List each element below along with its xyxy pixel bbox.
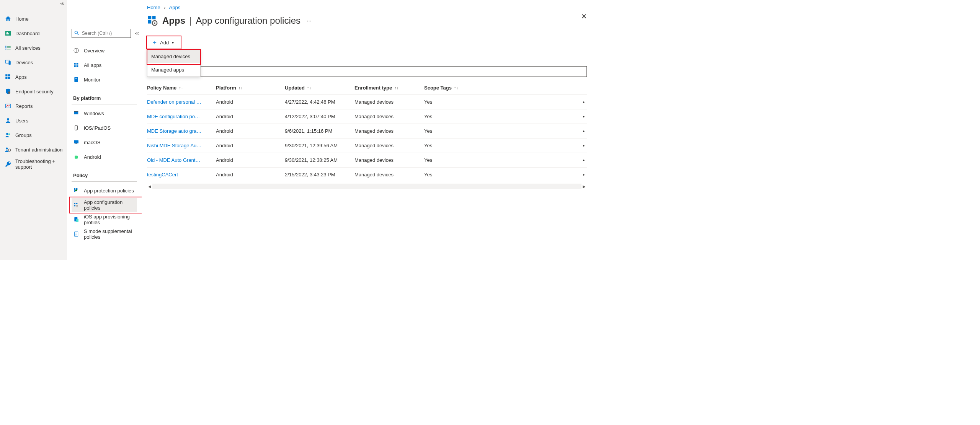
policy-name-link[interactable]: Old - MDE Auto Grant… [147,157,200,163]
subnav-macos[interactable]: macOS [72,135,137,150]
subnav-ios[interactable]: iOS/iPadOS [72,120,137,135]
col-scope-tags[interactable]: Scope Tags↑↓ [424,85,482,91]
row-more-icon[interactable]: • [583,99,585,105]
nav-home[interactable]: Home [0,11,67,26]
cell-platform: Android [216,172,285,177]
shield-icon [5,88,11,95]
subnav-app-config[interactable]: App configuration policies [72,198,137,212]
row-more-icon[interactable]: • [583,172,585,177]
table-search-input[interactable] [147,66,587,77]
row-more-icon[interactable]: • [583,143,585,148]
cell-updated: 9/30/2021, 12:39:56 AM [285,143,354,148]
nav-reports[interactable]: Reports [0,99,67,113]
dropdown-managed-devices[interactable]: Managed devices [147,50,200,63]
svg-rect-58 [148,20,152,24]
svg-rect-11 [9,61,11,65]
col-updated[interactable]: Updated↑↓ [285,85,354,91]
nav-dashboard[interactable]: Dashboard [0,26,67,41]
nav-label: Groups [15,132,32,138]
table-row: testingCACertAndroid2/15/2022, 3:43:23 P… [147,167,587,182]
policy-name-link[interactable]: MDE configuration po… [147,114,200,119]
breadcrumb-apps[interactable]: Apps [169,5,181,10]
svg-rect-33 [75,78,77,78]
cell-enrollment: Managed devices [354,172,424,177]
subnav-windows[interactable]: Windows [72,106,137,120]
windows-icon [73,110,79,116]
nav-all-services[interactable]: All services [0,41,67,55]
subnav-all-apps[interactable]: All apps [72,58,137,72]
svg-rect-1 [6,33,7,34]
svg-rect-7 [7,46,11,47]
subnav-overview[interactable]: Overview [72,43,137,58]
title-more-icon[interactable]: ⋯ [307,18,312,24]
subnav-android[interactable]: Android [72,150,137,164]
col-policy-name[interactable]: Policy Name↑↓ [147,85,216,91]
svg-rect-3 [8,33,9,34]
subnav-label: iOS/iPadOS [84,125,111,131]
table-row: MDE configuration po…Android4/12/2022, 3… [147,109,587,124]
svg-rect-38 [74,140,78,143]
svg-rect-51 [76,219,78,222]
sort-icon: ↑↓ [179,85,183,90]
nav-apps[interactable]: Apps [0,70,67,84]
svg-rect-15 [8,77,10,79]
col-platform[interactable]: Platform↑↓ [216,85,285,91]
device-icon [5,59,11,66]
cell-updated: 4/27/2022, 4:42:46 PM [285,99,354,105]
policy-name-link[interactable]: Nishi MDE Storage Au… [147,143,201,148]
nav-groups[interactable]: Groups [0,128,67,142]
nav-users[interactable]: Users [0,113,67,128]
svg-rect-35 [74,111,78,112]
svg-rect-30 [74,65,76,67]
col-enrollment-type[interactable]: Enrollment type↑↓ [354,85,424,91]
nav-troubleshooting[interactable]: Troubleshooting + support [0,157,67,171]
nav-label: Reports [15,103,33,109]
svg-rect-43 [74,188,75,190]
svg-rect-28 [74,63,76,65]
primary-nav: ≪ Home Dashboard All services Devices Ap… [0,0,67,260]
row-more-icon[interactable]: • [583,128,585,134]
subnav-search-input[interactable] [72,29,131,38]
horizontal-scrollbar[interactable]: ◀ ▶ [147,183,587,189]
nav-label: Devices [15,60,33,65]
subnav-ios-provisioning[interactable]: iOS app provisioning profiles [72,212,137,227]
cell-scope: Yes [424,143,482,148]
subnav-heading-policy: Policy [72,164,137,182]
subnav-s-mode[interactable]: S mode supplemental policies [72,227,137,241]
collapse-left-nav-icon[interactable]: ≪ [60,1,65,6]
svg-rect-8 [7,47,11,48]
breadcrumb-home[interactable]: Home [147,5,160,10]
scroll-track[interactable] [152,184,581,189]
nav-label: Apps [15,74,27,80]
row-more-icon[interactable]: • [583,157,585,163]
breadcrumb: Home › Apps [147,5,587,10]
policy-name-link[interactable]: testingCACert [147,172,178,177]
android-icon [73,154,79,160]
nav-label: Dashboard [15,31,40,36]
sort-icon: ↑↓ [454,85,458,90]
subnav-monitor[interactable]: Monitor [72,72,137,87]
scroll-left-icon[interactable]: ◀ [147,184,152,189]
svg-rect-31 [77,65,78,67]
page-title: Apps | App configuration policies [162,15,301,26]
svg-point-42 [77,155,77,155]
cell-scope: Yes [424,114,482,119]
nav-endpoint-security[interactable]: Endpoint security [0,84,67,99]
row-more-icon[interactable]: • [583,114,585,119]
cell-enrollment: Managed devices [354,99,424,105]
svg-rect-12 [5,74,7,76]
svg-point-49 [76,205,78,207]
breadcrumb-sep: › [164,5,165,10]
policy-name-link[interactable]: MDE Storage auto gra… [147,128,201,134]
nav-tenant-admin[interactable]: Tenant administration [0,142,67,157]
close-blade-icon[interactable]: ✕ [581,12,587,21]
chevron-down-icon: ▾ [172,41,174,45]
collapse-subnav-icon[interactable]: ≪ [135,31,139,36]
dropdown-managed-apps[interactable]: Managed apps [147,63,200,77]
scroll-right-icon[interactable]: ▶ [581,184,587,189]
policy-name-link[interactable]: Defender on personal … [147,99,201,105]
nav-devices[interactable]: Devices [0,55,67,70]
svg-point-27 [76,49,76,50]
subnav-app-protection[interactable]: App protection policies [72,183,137,198]
add-button[interactable]: ＋ Add ▾ Managed devices Managed apps [147,37,178,48]
